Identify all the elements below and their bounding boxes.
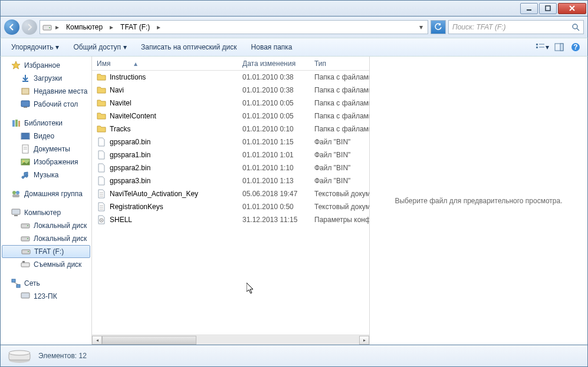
scroll-right-button[interactable]: ▸ [359,336,369,345]
svg-point-29 [12,191,16,194]
file-name: NavitelContent [110,112,156,120]
file-type: Папка с файлами [314,99,369,107]
svg-point-53 [101,220,102,221]
svg-rect-13 [560,44,563,51]
svg-rect-31 [12,194,19,197]
search-icon [572,24,580,31]
file-date: 05.06.2018 19:47 [242,190,314,198]
computer-icon [11,208,21,217]
breadcrumb-root[interactable]: Компьютер [63,21,106,34]
file-type: Файл "BIN" [314,164,369,172]
chevron-right-icon[interactable]: ▸ [107,23,116,31]
back-button[interactable] [4,19,19,35]
sidebar-item-desktop[interactable]: Рабочий стол [1,98,91,111]
sidebar-item-network-pc[interactable]: 123-ПК [1,290,91,303]
drive-icon [21,247,31,256]
file-icon [97,163,106,173]
recent-icon [21,87,30,96]
sidebar-item-videos[interactable]: Видео [1,130,91,143]
file-row[interactable]: RegistrationKeys01.01.2010 0:50Текстовый… [92,200,369,213]
network-icon [11,279,21,288]
minimize-button[interactable] [520,3,538,14]
file-date: 01.01.2010 0:38 [242,86,314,94]
navigation-bar: ▸ Компьютер ▸ TFAT (F:) ▸ ▾ Поиск: TFAT … [0,16,588,38]
file-row[interactable]: NavitelContent01.01.2010 0:05Папка с фай… [92,110,369,123]
file-row[interactable]: gpspara3.bin01.01.2010 1:13Файл "BIN" [92,174,369,187]
column-type[interactable]: Тип [314,59,369,68]
folder-icon [97,111,106,121]
dropdown-arrow-icon[interactable]: ▾ [417,23,425,31]
homegroup-group[interactable]: Домашняя группа [1,187,91,200]
drive-icon [21,221,30,230]
item-count: Элементов: 12 [38,352,87,360]
scroll-track[interactable] [102,336,359,345]
file-row[interactable]: Navitel01.01.2010 0:05Папка с файлами [92,97,369,110]
homegroup-icon [11,189,21,199]
column-date[interactable]: Дата изменения [242,59,314,68]
column-headers[interactable]: Имя▴ Дата изменения Тип [92,57,369,71]
breadcrumb-current[interactable]: TFAT (F:) [117,21,153,34]
column-name[interactable]: Имя▴ [92,59,242,68]
sidebar-item-removable[interactable]: Съемный диск [1,258,91,271]
view-options-button[interactable]: ▾ [536,41,550,54]
file-row[interactable]: SHELL31.12.2013 11:15Параметры конфигура… [92,213,369,226]
new-folder-button[interactable]: Новая папка [245,41,298,54]
scroll-left-button[interactable]: ◂ [92,336,102,345]
favorites-group[interactable]: Избранное [1,59,91,72]
sidebar-item-music[interactable]: Музыка [1,168,91,181]
file-name: NaviTelAuto_Activation_Key [110,190,198,198]
file-row[interactable]: gpspara2.bin01.01.2010 1:10Файл "BIN" [92,161,369,174]
chevron-right-icon[interactable]: ▸ [53,23,61,31]
refresh-button[interactable] [431,20,446,34]
sidebar-item-tfat[interactable]: TFAT (F:) [2,245,90,258]
maximize-button[interactable] [539,3,557,14]
file-row[interactable]: gpspara0.bin01.01.2010 1:15Файл "BIN" [92,135,369,148]
sidebar-item-pictures[interactable]: Изображения [1,156,91,168]
burn-button[interactable]: Записать на оптический диск [135,41,243,54]
libraries-group[interactable]: Библиотеки [1,117,91,130]
computer-group[interactable]: Компьютер [1,206,91,219]
svg-point-39 [28,251,29,252]
search-box[interactable]: Поиск: TFAT (F:) [448,20,584,34]
folder-icon [97,124,106,134]
file-row[interactable]: Navi01.01.2010 0:38Папка с файлами [92,84,369,97]
file-row[interactable]: NaviTelAuto_Activation_Key05.06.2018 19:… [92,187,369,200]
file-date: 01.01.2010 0:10 [242,125,314,133]
help-button[interactable]: ? [569,41,583,54]
file-name: gpspara1.bin [110,151,150,159]
scroll-thumb[interactable] [102,336,196,345]
sort-asc-icon: ▴ [134,59,137,68]
file-row[interactable]: Tracks01.01.2010 0:10Папка с файлами [92,123,369,135]
svg-rect-41 [22,261,25,263]
sidebar-item-documents[interactable]: Документы [1,143,91,156]
share-button[interactable]: Общий доступ ▾ [67,41,133,54]
svg-rect-33 [14,215,18,216]
documents-icon [21,144,30,154]
text-icon [97,189,106,199]
svg-rect-8 [536,44,538,45]
file-date: 01.01.2010 1:10 [242,164,314,172]
navigation-pane[interactable]: Избранное Загрузки Недавние места Рабочи… [1,57,92,345]
preview-pane-button[interactable] [552,41,566,54]
address-bar[interactable]: ▸ Компьютер ▸ TFAT (F:) ▸ ▾ [40,20,428,34]
svg-rect-40 [21,263,29,267]
file-date: 01.01.2010 1:13 [242,177,314,185]
sidebar-item-downloads[interactable]: Загрузки [1,72,91,85]
close-button[interactable] [558,3,586,14]
sidebar-item-localdisk-1[interactable]: Локальный диск [1,232,91,245]
file-type: Текстовый документ [314,190,369,198]
organize-button[interactable]: Упорядочить ▾ [5,41,65,54]
svg-line-44 [14,282,18,285]
libraries-icon [11,118,21,128]
network-group[interactable]: Сеть [1,277,91,290]
downloads-icon [21,74,30,83]
svg-rect-43 [17,285,20,287]
horizontal-scrollbar[interactable]: ◂ ▸ [92,335,369,345]
file-row[interactable]: Instructions01.01.2010 0:38Папка с файла… [92,71,369,84]
file-list[interactable]: Имя▴ Дата изменения Тип Instructions01.0… [92,57,369,345]
file-row[interactable]: gpspara1.bin01.01.2010 1:01Файл "BIN" [92,148,369,161]
chevron-right-icon[interactable]: ▸ [155,23,163,31]
forward-button[interactable] [22,19,37,35]
sidebar-item-localdisk-0[interactable]: Локальный диск [1,219,91,232]
sidebar-item-recent[interactable]: Недавние места [1,85,91,98]
